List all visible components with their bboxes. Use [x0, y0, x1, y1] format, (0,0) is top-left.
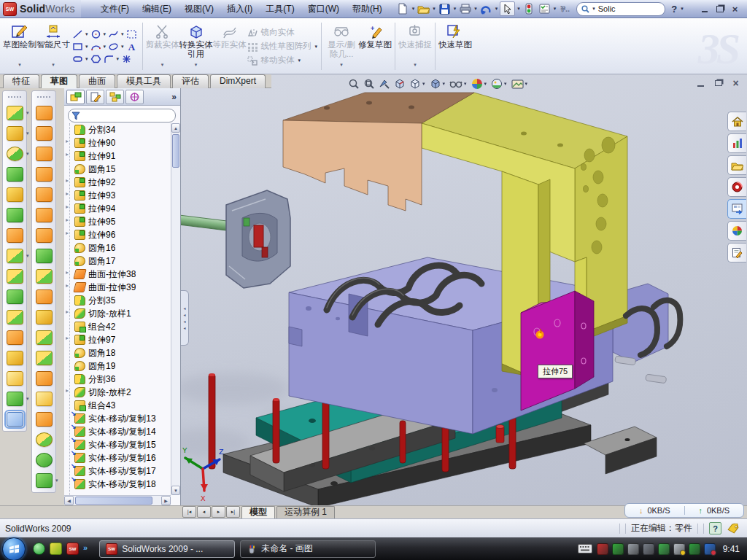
tree-vertical-scrollbar[interactable]: ▲ ▼ [171, 123, 180, 495]
expand-arrow[interactable]: ▸ [66, 151, 69, 158]
open-dropdown[interactable]: ▾ [433, 6, 436, 12]
split-body-icon[interactable] [7, 289, 23, 304]
dimxpertmanager-tab[interactable] [125, 90, 144, 104]
surface-offset-icon[interactable] [36, 392, 53, 406]
draft-icon[interactable] [36, 167, 53, 182]
slot-icon[interactable] [71, 53, 84, 64]
delete-body-icon[interactable] [36, 310, 53, 324]
tree-item-27[interactable]: 实体-移动/复制18 [66, 478, 171, 491]
menu-item-4[interactable]: 工具(T) [259, 0, 301, 18]
fillet-full-icon[interactable] [36, 432, 53, 447]
sweep-icon[interactable] [36, 289, 53, 304]
convert-entities-dropdown[interactable]: ▾ [195, 60, 198, 69]
options-list-icon[interactable] [538, 2, 551, 15]
rectangle-dropdown[interactable]: ▾ [85, 44, 88, 50]
hole-wizard-icon[interactable] [7, 228, 23, 243]
tree-item-9[interactable]: 圆角16 [66, 241, 171, 254]
dome-icon[interactable] [36, 126, 53, 141]
help-button[interactable]: ? [670, 4, 678, 15]
featuremanager-tab[interactable] [66, 90, 85, 104]
tree-item-11[interactable]: ▸曲面-拉伸38 [66, 268, 171, 281]
scroll-right-arrow[interactable]: ▶ [161, 496, 171, 505]
helix-spiral-dropdown[interactable]: ▾ [26, 396, 29, 402]
expand-arrow[interactable]: ▸ [66, 203, 69, 210]
repair-sketch-button[interactable]: + 修复草图 [358, 20, 392, 72]
helix-curve-icon[interactable]: ▾ [36, 473, 53, 488]
window-minimize-button[interactable] [698, 4, 711, 14]
extruded-cut-dropdown[interactable]: ▾ [26, 131, 29, 136]
tree-item-18[interactable]: 圆角19 [66, 359, 171, 373]
home-tab[interactable] [727, 112, 746, 131]
tree-filter-box[interactable] [68, 109, 176, 122]
ellipse-icon[interactable] [107, 41, 120, 52]
launcher-icon[interactable] [50, 542, 62, 555]
revolved-boss-icon[interactable] [7, 187, 23, 202]
circle-dropdown[interactable]: ▾ [104, 31, 107, 37]
expand-arrow[interactable]: ▸ [66, 282, 69, 289]
scroll-down-arrow[interactable]: ▼ [171, 486, 180, 495]
search-input-value[interactable]: Solic [598, 4, 616, 13]
menu-item-3[interactable]: 插入(I) [220, 0, 259, 18]
doc-nav-3[interactable]: ▸| [226, 506, 240, 518]
propertymanager-tab[interactable] [86, 90, 104, 104]
arc-icon[interactable] [90, 41, 102, 52]
undo-dropdown[interactable]: ▾ [495, 6, 498, 12]
menu-item-0[interactable]: 文件(F) [94, 0, 136, 18]
print-dropdown[interactable]: ▾ [474, 6, 477, 12]
expand-arrow[interactable]: ▸ [66, 335, 69, 341]
new-dropdown[interactable]: ▾ [412, 6, 415, 12]
helix-spiral-icon[interactable]: ▾ [7, 392, 23, 406]
save-icon[interactable] [438, 2, 452, 15]
text-icon[interactable]: A [125, 41, 138, 52]
freeform-icon[interactable] [36, 412, 53, 427]
indent-icon[interactable] [36, 187, 53, 202]
tree-item-17[interactable]: 圆角18 [66, 346, 171, 359]
reference-point-icon[interactable] [7, 351, 23, 365]
thicken-icon[interactable] [36, 249, 53, 263]
file-explorer-tab[interactable] [727, 155, 746, 175]
task-solidworks[interactable]: SW SolidWorks 2009 - ... [99, 540, 235, 558]
smart-dimension-dropdown[interactable]: ▾ [52, 60, 55, 69]
tree-item-3[interactable]: 圆角15 [66, 163, 171, 176]
select-arrow-icon[interactable] [500, 1, 515, 16]
view-palette-tab[interactable] [727, 199, 746, 219]
extruded-boss-base-dropdown[interactable]: ▾ [26, 110, 29, 116]
print-icon[interactable] [458, 2, 472, 15]
instant3d-icon[interactable] [7, 412, 23, 427]
spline-icon[interactable] [107, 28, 120, 39]
flex-icon[interactable] [36, 106, 53, 120]
move-copy-body-icon[interactable] [7, 330, 23, 345]
mirror-bodies-icon[interactable] [36, 208, 53, 222]
tree-item-15[interactable]: 组合42 [66, 320, 171, 333]
undo-icon[interactable] [479, 2, 493, 15]
convert-entities-button[interactable]: 转换实体引用 ▾ [179, 20, 213, 72]
polygon-icon[interactable] [90, 53, 102, 64]
doc-nav-2[interactable]: ▸ [212, 506, 225, 518]
expand-arrow[interactable]: ▸ [66, 387, 69, 394]
lofted-boss-icon[interactable] [7, 167, 23, 182]
spline-dropdown[interactable]: ▾ [121, 31, 124, 37]
circle-icon[interactable] [90, 28, 102, 39]
command-tab-0[interactable]: 特征 [3, 74, 39, 88]
smart-dimension-button[interactable]: 智能尺寸 ▾ [36, 20, 70, 72]
tree-item-19[interactable]: 分割36 [66, 373, 171, 386]
search-dropdown[interactable]: ▾ [592, 6, 595, 12]
keyboard-language-icon[interactable] [578, 544, 592, 553]
design-library-tab[interactable] [727, 133, 746, 153]
wrap-icon[interactable] [36, 351, 53, 365]
tree-item-21[interactable]: 组合43 [66, 399, 171, 412]
doc-tab-1[interactable]: 运动算例 1 [276, 506, 335, 518]
command-tab-3[interactable]: 模具工具 [117, 74, 171, 88]
configurationmanager-tab[interactable] [106, 90, 124, 104]
tree-item-6[interactable]: ▸拉伸94 [66, 202, 171, 215]
scroll-left-arrow[interactable]: ◀ [64, 496, 74, 505]
scroll-thumb[interactable] [172, 134, 179, 168]
status-help-icon[interactable]: ? [709, 522, 721, 534]
tag-icon[interactable] [727, 524, 740, 534]
tree-horizontal-scrollbar[interactable]: ◀ ▶ [64, 495, 171, 505]
new-document-icon[interactable] [396, 2, 410, 15]
rib-icon[interactable] [36, 330, 53, 345]
tree-item-22[interactable]: 实体-移动/复制13 [66, 412, 171, 425]
menu-item-5[interactable]: 窗口(W) [301, 0, 346, 18]
antivirus-shield-icon[interactable] [612, 543, 624, 555]
